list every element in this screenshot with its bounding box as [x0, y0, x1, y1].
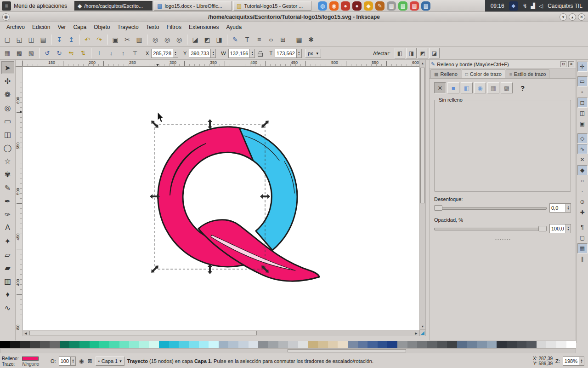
save-icon[interactable]: ◫: [26, 34, 37, 45]
move-patterns-toggle[interactable]: ◪: [429, 48, 440, 58]
close-button[interactable]: ✕: [578, 13, 585, 21]
object-opacity-arrows[interactable]: [70, 357, 75, 365]
opacity-value[interactable]: 100,0: [550, 224, 565, 233]
window-button-inkscape[interactable]: ◆/home/caciquitxs/Escrito...: [74, 1, 153, 11]
launcher-doc-blue-icon[interactable]: ▤: [421, 1, 430, 11]
height-spin-arrows[interactable]: [296, 49, 301, 58]
palette-swatch-36[interactable]: [358, 341, 368, 348]
user-menu[interactable]: Caciquitxs TIL: [548, 3, 582, 9]
tool-node-editor[interactable]: ✣: [1, 75, 14, 87]
blur-spin-arrows[interactable]: [565, 204, 571, 212]
tab-color-de-trazo[interactable]: □Color de trazo: [462, 69, 505, 78]
align-dialog-icon[interactable]: ⊞: [277, 34, 288, 45]
zoom-spin-arrows[interactable]: [579, 357, 584, 365]
palette-swatch-10[interactable]: [99, 341, 109, 348]
layers-dialog-icon[interactable]: ≡: [254, 34, 265, 45]
vertical-ruler[interactable]: 600550500450400350: [16, 67, 23, 330]
palette-swatch-45[interactable]: [447, 341, 457, 348]
blur-slider-handle[interactable]: [434, 205, 442, 211]
snap-rotation-centers[interactable]: ✚: [577, 207, 588, 218]
snap-guides[interactable]: ∥: [577, 254, 588, 264]
palette-swatch-16[interactable]: [159, 341, 169, 348]
minimize-button[interactable]: ▾: [560, 13, 567, 21]
palette-swatch-35[interactable]: [348, 341, 358, 348]
fill-swatch[interactable]: [22, 356, 39, 361]
tool-selector[interactable]: ➤: [1, 61, 14, 74]
units-dropdown[interactable]: px: [305, 49, 321, 58]
object-opacity-input[interactable]: 100: [59, 356, 76, 366]
snap-text-baseline[interactable]: ¶: [577, 222, 588, 232]
snap-smooth-nodes[interactable]: ○: [577, 176, 588, 186]
tool-star[interactable]: ☆: [1, 155, 14, 167]
lower-icon[interactable]: ↓: [106, 48, 117, 59]
print-icon[interactable]: ▤: [38, 34, 49, 45]
fill-stroke-dialog-icon[interactable]: ✎: [230, 34, 241, 45]
undo-icon[interactable]: ↶: [82, 34, 93, 45]
window-button-files[interactable]: ▨Tutorial-logo15 - Gestor ...: [233, 1, 311, 11]
palette-swatch-17[interactable]: [169, 341, 179, 348]
palette-swatch-40[interactable]: [397, 341, 407, 348]
palette-swatch-14[interactable]: [139, 341, 149, 348]
paint-flat-color-button[interactable]: ■: [447, 82, 459, 93]
snap-nodes[interactable]: ◇: [577, 133, 588, 144]
snap-line-midpoints[interactable]: ∙: [577, 186, 588, 196]
palette-swatch-30[interactable]: [298, 341, 308, 348]
blur-value[interactable]: 0,0: [550, 204, 565, 212]
height-input[interactable]: 173,562: [275, 49, 302, 58]
export-icon[interactable]: ↥: [66, 34, 77, 45]
opacity-input[interactable]: 100,0: [549, 224, 571, 233]
palette-swatch-28[interactable]: [278, 341, 288, 348]
lower-to-bottom-icon[interactable]: ⊥: [94, 48, 105, 59]
indicator-icon[interactable]: ◆: [509, 1, 518, 11]
volume-icon[interactable]: ◁: [539, 3, 543, 9]
tool-3dbox[interactable]: ◫: [1, 128, 14, 141]
palette-swatch-22[interactable]: [219, 341, 229, 348]
tool-pen[interactable]: ✒: [1, 195, 14, 207]
width-input[interactable]: 132,156: [228, 49, 255, 58]
palette-swatch-32[interactable]: [318, 341, 328, 348]
paint-radial-gradient-button[interactable]: ◉: [474, 82, 486, 93]
launcher-chromium-icon[interactable]: ◍: [318, 1, 327, 11]
palette-swatch-46[interactable]: [457, 341, 467, 348]
lock-ratio-icon[interactable]: [258, 53, 263, 57]
palette-swatch-52[interactable]: [517, 341, 527, 348]
palette-swatch-11[interactable]: [109, 341, 119, 348]
unlink-clone-icon[interactable]: ◨: [214, 34, 225, 45]
palette-swatch-33[interactable]: [328, 341, 338, 348]
fill-stroke-indicator[interactable]: Relleno: Trazo: Ninguno: [2, 356, 48, 367]
palette-swatch-15[interactable]: [149, 341, 159, 348]
palette-swatch-4[interactable]: [40, 341, 50, 348]
document-properties-icon[interactable]: ▦: [294, 34, 305, 45]
horizontal-scrollbar[interactable]: [23, 330, 419, 336]
drawing-canvas[interactable]: [23, 67, 419, 330]
window-button-writer[interactable]: ▤logo15.docx - LibreOffic...: [154, 1, 232, 11]
snap-bbox-edges[interactable]: ▫: [577, 87, 588, 97]
new-document-icon[interactable]: ▢: [2, 34, 13, 45]
redo-icon[interactable]: ↷: [94, 34, 105, 45]
palette-swatch-26[interactable]: [258, 341, 268, 348]
scroll-up-arrow[interactable]: [420, 60, 425, 66]
layer-visibility-icon[interactable]: ◉: [79, 358, 84, 364]
palette-scroll-thumb[interactable]: [288, 349, 406, 352]
scroll-left-arrow[interactable]: [23, 330, 28, 336]
menu-filtros[interactable]: Filtros: [163, 23, 185, 31]
snap-page-border[interactable]: ▢: [577, 233, 588, 243]
vertical-scrollbar[interactable]: [419, 60, 426, 330]
select-all-layers-icon[interactable]: ▩: [14, 48, 25, 59]
clone-icon[interactable]: ◩: [202, 34, 213, 45]
launcher-red-app-icon[interactable]: ●: [341, 1, 350, 11]
layer-selector[interactable]: ▪ Capa 1: [96, 356, 124, 366]
palette-swatch-8[interactable]: [79, 341, 90, 348]
raise-icon[interactable]: ↑: [118, 48, 129, 59]
palette-swatch-23[interactable]: [228, 341, 238, 348]
menu-edicion[interactable]: Edición: [28, 23, 54, 31]
height-value[interactable]: 173,562: [275, 49, 296, 58]
snap-bbox-edge-midpoints[interactable]: ◫: [577, 108, 588, 118]
launcher-doc-green-icon[interactable]: ▤: [398, 1, 407, 11]
snap-toggle[interactable]: ✛: [577, 62, 588, 72]
paint-linear-gradient-button[interactable]: ◧: [461, 82, 473, 93]
horizontal-ruler[interactable]: 150200250300350400450500550600: [23, 60, 419, 67]
menu-extensiones[interactable]: Extensiones: [185, 23, 222, 31]
palette-swatch-3[interactable]: [30, 341, 40, 348]
preferences-icon[interactable]: ✱: [305, 34, 317, 45]
